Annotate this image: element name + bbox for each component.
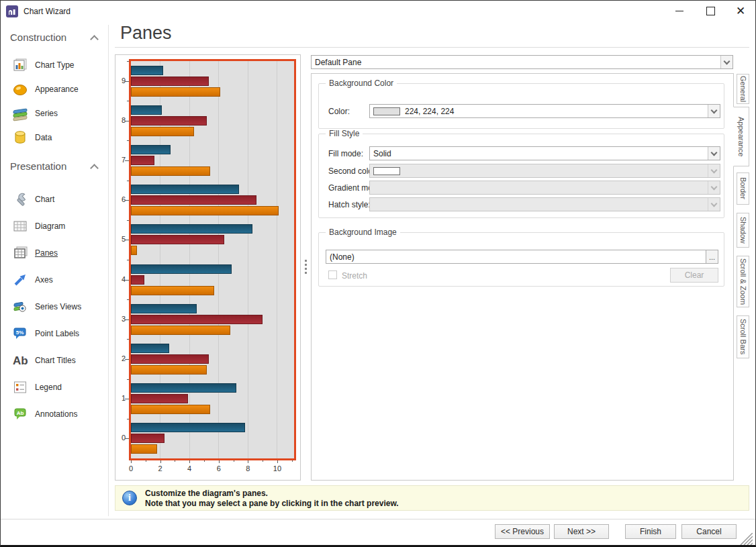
stretch-label: Stretch (342, 271, 367, 281)
next-button[interactable]: Next >> (554, 524, 609, 539)
pane-selector-value: Default Pane (312, 56, 720, 68)
chevron-down-icon[interactable] (708, 147, 720, 160)
tab-label: Appearance (737, 117, 745, 156)
chevron-down-icon[interactable] (720, 56, 733, 68)
y-axis-tick (125, 160, 129, 161)
bar-orange-cat7 (131, 166, 210, 176)
sidebar-items-presentation: ChartDiagramPanesAxesSeries Views5%Point… (1, 186, 108, 428)
bar-blue-cat3 (131, 304, 197, 313)
background-image-group: Background Image (None) ... Stretch Clea… (318, 232, 724, 287)
minimize-button[interactable] (668, 1, 691, 21)
browse-ellipsis-button[interactable]: ... (706, 250, 718, 264)
y-axis-minor-tick (127, 260, 129, 260)
bar-red-cat7 (131, 156, 154, 165)
close-button[interactable]: ✕ (729, 1, 752, 21)
y-axis-tick (125, 399, 129, 399)
y-axis-minor-tick (127, 419, 129, 419)
sidebar-item-label: Series (35, 109, 58, 118)
bar-orange-cat6 (131, 206, 279, 215)
bar-orange-cat0 (131, 444, 157, 454)
sidebar-section-presentation[interactable]: Presentation (1, 159, 108, 175)
fill-mode-row: Fill mode:Solid (319, 146, 724, 161)
chevron-up-icon (90, 164, 99, 172)
fill-mode-combo[interactable]: Solid (369, 146, 720, 160)
clear-button: Clear (670, 268, 718, 283)
combo-value (370, 181, 708, 194)
bar-blue-cat7 (131, 145, 171, 154)
tab-border[interactable]: Border (737, 172, 749, 205)
sidebar-item-chart-type[interactable]: Chart Type (1, 53, 108, 77)
bar-orange-cat2 (131, 365, 207, 375)
titlebar[interactable]: Chart Wizard ✕ (1, 1, 755, 22)
sidebar-item-appearance[interactable]: Appearance (1, 77, 108, 101)
gradient-mode-combo (369, 181, 720, 195)
x-axis-tick (277, 460, 278, 463)
x-axis-label: 6 (211, 464, 226, 473)
finish-button[interactable]: Finish (625, 524, 676, 539)
sidebar-item-data[interactable]: Data (1, 126, 108, 150)
chevron-up-icon (90, 35, 99, 44)
bar-orange-cat3 (131, 326, 230, 335)
title-divider (115, 47, 749, 48)
color-swatch (373, 167, 400, 175)
bar-red-cat5 (131, 235, 224, 244)
sidebar-item-series-views[interactable]: Series Views (1, 293, 108, 320)
tab-shadow[interactable]: Shadow (737, 213, 749, 248)
tab-label: Shadow (739, 217, 747, 244)
sidebar-item-label: Chart Titles (35, 356, 76, 365)
tab-scroll-zoom[interactable]: Scroll & Zoom (737, 256, 749, 307)
x-axis-label: 0 (124, 464, 138, 473)
bar-red-cat9 (131, 77, 209, 86)
chart-icon (11, 191, 29, 207)
chevron-down-icon (708, 181, 720, 194)
gridline (218, 61, 219, 458)
background-color-combo[interactable]: 224, 224, 224 (369, 104, 720, 118)
previous-button[interactable]: << Previous (495, 524, 550, 539)
tab-general[interactable]: General (737, 74, 749, 104)
bar-orange-cat9 (131, 87, 220, 97)
color-value-text: 224, 224, 224 (405, 107, 454, 116)
sidebar-item-series[interactable]: Series (1, 101, 108, 126)
sidebar-item-label: Series Views (35, 302, 81, 311)
y-axis-label: 7 (115, 156, 126, 164)
chevron-down-icon[interactable] (708, 105, 720, 117)
sidebar-item-label: Data (35, 133, 52, 142)
tab-appearance[interactable]: Appearance (733, 107, 749, 166)
y-axis-tick (125, 240, 129, 240)
chart-pane-selected[interactable] (129, 59, 296, 460)
tab-label: Scroll & Zoom (739, 258, 747, 305)
y-axis-label: 6 (115, 195, 126, 203)
resize-grip[interactable] (738, 533, 753, 547)
y-axis-label: 1 (115, 394, 126, 402)
second-color-combo (369, 164, 720, 178)
splitter-handle[interactable] (303, 260, 308, 277)
maximize-button[interactable] (699, 1, 722, 21)
info-icon: i (122, 491, 137, 505)
sidebar-item-diagram[interactable]: Diagram (1, 213, 108, 240)
background-image-field[interactable]: (None) (326, 250, 706, 264)
sidebar-item-panes[interactable]: Panes (1, 240, 108, 266)
x-axis-label: 10 (270, 464, 285, 473)
sidebar-item-annotations[interactable]: AbAnnotations (1, 401, 108, 428)
bar-orange-cat4 (131, 286, 214, 295)
sidebar-item-legend[interactable]: Legend (1, 374, 108, 401)
gridline (277, 61, 277, 458)
section-label: Presentation (10, 160, 66, 172)
y-axis-minor-tick (127, 299, 129, 300)
stretch-checkbox (328, 270, 337, 279)
sidebar-item-point-labels[interactable]: 5%Point Labels (1, 320, 108, 347)
bar-blue-cat5 (131, 224, 252, 234)
sidebar-section-construction[interactable]: Construction (1, 30, 108, 46)
footer-divider (1, 519, 756, 519)
tab-scroll-bars[interactable]: Scroll Bars (737, 315, 749, 358)
sidebar-item-axes[interactable]: Axes (1, 266, 108, 293)
cancel-button[interactable]: Cancel (681, 524, 737, 539)
y-axis-tick (125, 359, 129, 360)
sidebar-item-label: Panes (35, 248, 58, 258)
x-axis-minor-tick (234, 460, 234, 462)
sidebar-item-chart[interactable]: Chart (1, 186, 108, 213)
sidebar-item-chart-titles[interactable]: AbChart Titles (1, 347, 108, 374)
tab-label: Scroll Bars (739, 319, 747, 354)
series-icon (11, 105, 29, 121)
pane-selector-combo[interactable]: Default Pane (311, 55, 733, 69)
